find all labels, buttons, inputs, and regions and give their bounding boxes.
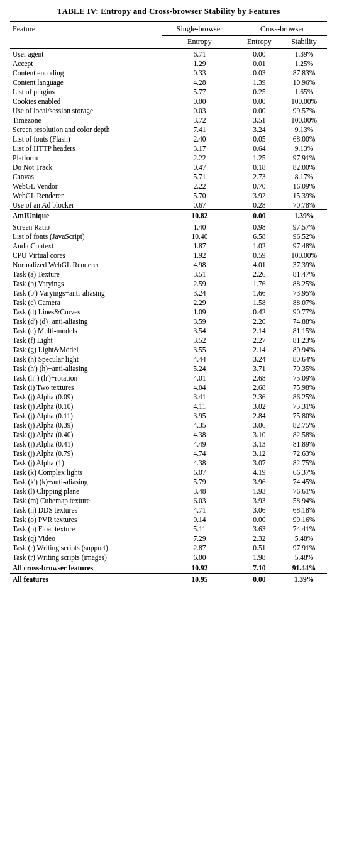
cb-entropy-cell: 0.98 bbox=[238, 221, 281, 231]
sb-entropy-cell: 1.92 bbox=[162, 250, 238, 260]
cb-entropy-cell: 1.39 bbox=[238, 77, 281, 87]
cb-entropy-cell: 3.96 bbox=[238, 477, 281, 486]
feature-cell: Task (k') (k)+anti-aliasing bbox=[10, 477, 162, 486]
feature-cell: Timezone bbox=[10, 115, 162, 125]
feature-cell: Content language bbox=[10, 77, 162, 87]
cb-entropy-cell: 3.63 bbox=[238, 524, 281, 533]
cb-entropy-cell: 2.68 bbox=[238, 382, 281, 392]
cb-entropy-cell: 2.27 bbox=[238, 335, 281, 345]
sb-entropy-cell: 2.22 bbox=[162, 153, 238, 162]
stability-cell: 97.48% bbox=[281, 241, 327, 250]
feature-cell: Task (a) Texture bbox=[10, 269, 162, 279]
stability-cell: 97.57% bbox=[281, 221, 327, 231]
stability-cell: 81.23% bbox=[281, 335, 327, 345]
cross-browser-header: Cross-browser bbox=[238, 22, 327, 36]
sb-entropy-cell: 4.74 bbox=[162, 448, 238, 458]
feature-cell: Task (j) Alpha (0.40) bbox=[10, 430, 162, 439]
stability-cell: 15.39% bbox=[281, 191, 327, 200]
cb-entropy-cell: 1.66 bbox=[238, 288, 281, 298]
stability-cell: 100.00% bbox=[281, 115, 327, 125]
stability-cell: 76.61% bbox=[281, 486, 327, 496]
cb-entropy-cell: 2.68 bbox=[238, 373, 281, 382]
cb-entropy-cell: 3.24 bbox=[238, 125, 281, 134]
cb-entropy-cell: 7.10 bbox=[238, 562, 281, 574]
cb-entropy-cell: 2.26 bbox=[238, 269, 281, 279]
feature-cell: Task (h') (h)+anti-aliasing bbox=[10, 364, 162, 373]
cb-entropy-cell: 2.36 bbox=[238, 392, 281, 401]
feature-cell: Task (j) Alpha (0.10) bbox=[10, 401, 162, 411]
stability-cell: 72.63% bbox=[281, 448, 327, 458]
feature-cell: Task (j) Alpha (0.79) bbox=[10, 448, 162, 458]
stability-cell: 1.65% bbox=[281, 87, 327, 96]
sb-entropy-cell: 10.82 bbox=[162, 210, 238, 221]
cb-entropy-cell: 3.12 bbox=[238, 448, 281, 458]
feature-cell: Canvas bbox=[10, 172, 162, 181]
feature-cell: Task (d') (d)+anti-aliasing bbox=[10, 316, 162, 326]
cb-entropy-cell: 0.00 bbox=[238, 96, 281, 106]
stability-cell: 100.00% bbox=[281, 96, 327, 106]
feature-cell: Task (d) Lines&Curves bbox=[10, 307, 162, 316]
stability-cell: 68.00% bbox=[281, 134, 327, 143]
cb-entropy-cell: 0.70 bbox=[238, 181, 281, 191]
sb-entropy-cell: 5.70 bbox=[162, 191, 238, 200]
sb-entropy-cell: 1.09 bbox=[162, 307, 238, 316]
feature-cell: Task (r) Writing scripts (support) bbox=[10, 543, 162, 552]
cb-entropy-cell: 3.06 bbox=[238, 420, 281, 430]
feature-cell: Platform bbox=[10, 153, 162, 162]
single-browser-header: Single-browser bbox=[162, 22, 238, 36]
stability-cell: 96.52% bbox=[281, 231, 327, 241]
cb-entropy-cell: 0.00 bbox=[238, 573, 281, 584]
feature-cell: WebGL Renderer bbox=[10, 191, 162, 200]
cb-entropy-cell: 0.25 bbox=[238, 87, 281, 96]
sb-entropy-cell: 4.49 bbox=[162, 439, 238, 448]
sb-entropy-cell: 4.44 bbox=[162, 354, 238, 364]
table-title: TABLE IV: Entropy and Cross-browser Stab… bbox=[10, 6, 327, 16]
sb-entropy-cell: 5.11 bbox=[162, 524, 238, 533]
feature-cell: Task (o) PVR textures bbox=[10, 515, 162, 524]
cb-entropy-cell: 0.00 bbox=[238, 49, 281, 59]
feature-cell: AudioContext bbox=[10, 241, 162, 250]
cb-entropy-cell: 1.76 bbox=[238, 279, 281, 288]
feature-cell: Use of an Ad blocker bbox=[10, 200, 162, 210]
stability-cell: 1.39% bbox=[281, 573, 327, 584]
stability-cell: 81.15% bbox=[281, 326, 327, 335]
feature-cell: Task (g) Light&Model bbox=[10, 345, 162, 354]
cb-entropy-cell: 0.00 bbox=[238, 210, 281, 221]
sb-entropy-cell: 4.04 bbox=[162, 382, 238, 392]
sb-entropy-cell: 4.11 bbox=[162, 401, 238, 411]
sb-entropy-cell: 5.79 bbox=[162, 477, 238, 486]
stability-cell: 66.37% bbox=[281, 467, 327, 477]
feature-cell: Content encoding bbox=[10, 68, 162, 77]
cb-entropy-cell: 6.58 bbox=[238, 231, 281, 241]
sb-entropy-cell: 4.38 bbox=[162, 458, 238, 467]
cb-entropy-cell: 1.98 bbox=[238, 552, 281, 562]
sb-entropy-cell: 3.52 bbox=[162, 335, 238, 345]
sb-entropy-cell: 10.40 bbox=[162, 231, 238, 241]
stability-cell: 1.39% bbox=[281, 49, 327, 59]
stability-cell: 75.09% bbox=[281, 373, 327, 382]
cb-entropy-cell: 0.42 bbox=[238, 307, 281, 316]
sb-entropy-cell: 3.17 bbox=[162, 143, 238, 153]
sb-entropy-cell: 0.14 bbox=[162, 515, 238, 524]
stability-cell: 80.94% bbox=[281, 345, 327, 354]
sb-entropy-cell: 2.87 bbox=[162, 543, 238, 552]
sb-entropy-cell: 4.38 bbox=[162, 430, 238, 439]
stability-cell: 37.39% bbox=[281, 260, 327, 269]
sb-entropy-cell: 6.71 bbox=[162, 49, 238, 59]
feature-cell: Task (f) Light bbox=[10, 335, 162, 345]
feature-cell: Task (p) Float texture bbox=[10, 524, 162, 533]
stability-cell: 16.09% bbox=[281, 181, 327, 191]
stability-cell: 5.48% bbox=[281, 533, 327, 543]
stability-cell: 97.91% bbox=[281, 543, 327, 552]
sb-entropy-cell: 0.47 bbox=[162, 162, 238, 172]
stability-cell: 1.39% bbox=[281, 210, 327, 221]
sb-entropy-cell: 1.40 bbox=[162, 221, 238, 231]
feature-cell: All features bbox=[10, 573, 162, 584]
feature-cell: WebGL Vendor bbox=[10, 181, 162, 191]
stability-cell: 86.25% bbox=[281, 392, 327, 401]
stability-cell: 8.17% bbox=[281, 172, 327, 181]
cb-entropy-cell: 0.28 bbox=[238, 200, 281, 210]
cb-entropy-cell: 3.13 bbox=[238, 439, 281, 448]
feature-cell: Task (i) Two textures bbox=[10, 382, 162, 392]
stability-cell: 75.31% bbox=[281, 401, 327, 411]
